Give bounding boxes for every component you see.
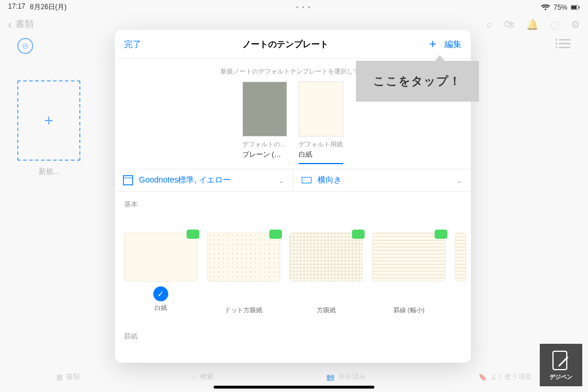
selected-check-icon: ✓ [153, 286, 168, 301]
landscape-badge-icon [435, 230, 447, 239]
list-view-icon[interactable] [555, 38, 571, 49]
check-circle-icon[interactable]: ◌ [550, 18, 559, 31]
add-template-button[interactable]: + [429, 37, 436, 52]
template-label: 罫線 (幅小) [372, 306, 446, 315]
battery-icon [571, 4, 580, 11]
paper-caption: デフォルト用紙 [299, 140, 343, 149]
battery-percent: 75% [554, 3, 567, 11]
tablet-pen-icon [550, 349, 572, 372]
back-chevron-icon[interactable]: ‹ [8, 18, 12, 31]
callout-text: ここをタップ！ [373, 75, 462, 87]
orientation-icon [301, 175, 312, 185]
landscape-badge-icon [187, 230, 199, 239]
done-button[interactable]: 完了 [124, 39, 141, 50]
edit-button[interactable]: 編集 [444, 39, 462, 50]
orientation-label: 横向き [318, 175, 342, 185]
chevron-down-icon: ⌄ [456, 176, 463, 185]
search-icon[interactable]: ⌕ [486, 18, 493, 31]
status-time: 17:17 [8, 2, 25, 12]
section-basic-label: 基本 [115, 192, 471, 209]
template-label: ドット方眼紙 [207, 306, 280, 315]
multitask-dots: • • • [67, 4, 541, 10]
svg-rect-1 [571, 6, 577, 9]
template-label: 方眼紙 [289, 306, 363, 315]
svg-point-7 [555, 42, 557, 44]
tab-favorites[interactable]: 🔖 よく使う項目 [478, 372, 532, 382]
people-icon: 👥 [326, 373, 335, 381]
tab-documents[interactable]: ▦ 書類 [56, 372, 80, 382]
template-label: 白紙 [124, 304, 198, 312]
svg-rect-11 [302, 177, 311, 183]
header-title: 書類 [16, 18, 486, 30]
wifi-icon [541, 4, 550, 11]
cover-sub: プレーン (… [242, 150, 287, 160]
bag-icon[interactable]: 🛍 [504, 18, 514, 31]
svg-rect-2 [579, 6, 579, 9]
cover-caption: デフォルトの… [242, 140, 287, 149]
svg-point-8 [555, 46, 557, 48]
search-icon: ⌕ [192, 373, 196, 381]
default-cover-preview[interactable]: デフォルトの… プレーン (… [242, 81, 287, 164]
paper-sub: 白紙 [299, 150, 343, 160]
template-grid[interactable]: 方眼紙 [289, 232, 363, 315]
template-dot-grid[interactable]: ドット方眼紙 [207, 232, 280, 315]
grid-icon: ▦ [56, 373, 63, 381]
paper-style-selector[interactable]: Goodnotes標準, イエロー ⌄ [115, 169, 293, 191]
new-document-tile[interactable]: + [17, 80, 80, 161]
chevron-down-icon: ⌄ [278, 176, 285, 185]
template-blank[interactable]: ✓ 白紙 [124, 232, 198, 315]
status-date: 8月26日(月) [30, 2, 67, 12]
watermark: デジペン [540, 344, 582, 386]
tab-search[interactable]: ⌕ 検索 [192, 372, 214, 382]
svg-point-6 [555, 39, 557, 41]
annotation-callout: ここをタップ！ [356, 61, 479, 102]
section-lined-label: 罫紙 [115, 320, 471, 341]
template-more[interactable] [455, 232, 466, 315]
modal-title: ノートのテンプレート [242, 39, 328, 50]
gear-icon[interactable]: ⚙ [571, 18, 580, 31]
bell-icon[interactable]: 🔔 [526, 18, 539, 31]
landscape-badge-icon [352, 230, 365, 239]
bookmark-icon: 🔖 [478, 373, 487, 381]
cover-thumb [242, 81, 287, 137]
select-mode-icon[interactable]: ⊝ [17, 38, 33, 54]
landscape-badge-icon [269, 230, 282, 239]
template-ruled-narrow[interactable]: 罫線 (幅小) [372, 232, 446, 315]
paper-thumb [299, 81, 343, 137]
orientation-selector[interactable]: 横向き ⌄ [293, 169, 471, 191]
default-paper-preview[interactable]: デフォルト用紙 白紙 [299, 81, 343, 164]
paper-icon [123, 175, 133, 185]
tab-shared[interactable]: 👥 共有済み [326, 372, 366, 382]
home-indicator[interactable] [214, 386, 374, 389]
svg-rect-9 [123, 176, 133, 185]
new-document-label: 新規... [17, 166, 80, 177]
paper-style-label: Goodnotes標準, イエロー [139, 175, 231, 185]
watermark-label: デジペン [550, 373, 572, 381]
